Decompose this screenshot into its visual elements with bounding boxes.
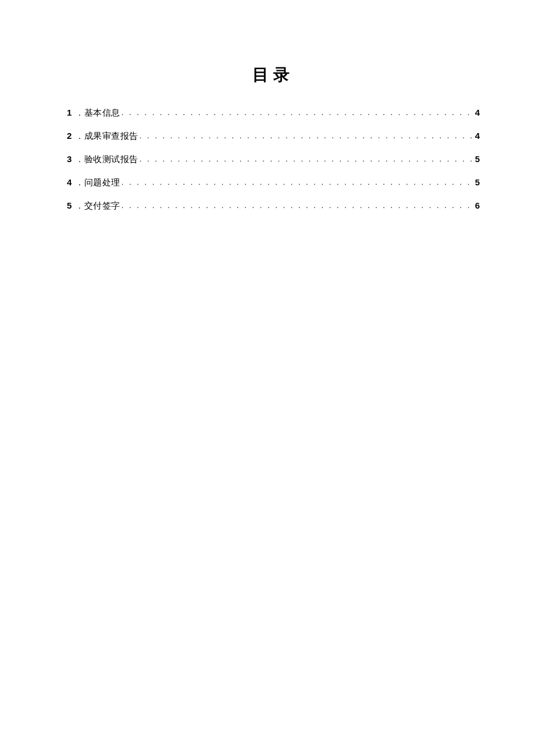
toc-entry-separator: . bbox=[79, 202, 81, 210]
toc-entry-label: 验收测试报告 bbox=[84, 155, 138, 164]
toc-entry-separator: . bbox=[79, 155, 81, 164]
toc-entry-page: 4 bbox=[475, 108, 480, 117]
toc-entry-label: 基本信息 bbox=[84, 109, 120, 117]
toc-entry-page: 4 bbox=[475, 131, 480, 140]
toc-entry-label: 问题处理 bbox=[84, 178, 120, 187]
toc-entry: 5 . 交付签字 6 bbox=[67, 201, 480, 210]
toc-entry-number: 2 bbox=[67, 131, 77, 140]
toc-entry-number: 4 bbox=[67, 178, 77, 187]
toc-entry-separator: . bbox=[79, 178, 81, 187]
toc-entry-label: 成果审查报告 bbox=[84, 132, 138, 141]
toc-leader-dots bbox=[140, 155, 474, 163]
toc-leader-dots bbox=[122, 178, 474, 186]
toc-entry: 1 . 基本信息 4 bbox=[67, 108, 480, 117]
toc-entry: 4 . 问题处理 5 bbox=[67, 178, 480, 187]
toc-entry-label: 交付签字 bbox=[84, 202, 120, 210]
toc-entry: 3 . 验收测试报告 5 bbox=[67, 155, 480, 164]
toc-entry-page: 5 bbox=[475, 178, 480, 187]
toc-entry-page: 5 bbox=[475, 155, 480, 163]
toc-entry-number: 5 bbox=[67, 201, 77, 210]
toc-entry-separator: . bbox=[79, 132, 81, 141]
toc-entry-number: 1 bbox=[67, 108, 77, 117]
toc-leader-dots bbox=[122, 109, 474, 116]
toc-title: 目录 bbox=[67, 64, 480, 86]
toc-entry-page: 6 bbox=[475, 201, 480, 210]
toc-leader-dots bbox=[140, 132, 474, 139]
toc-leader-dots bbox=[122, 202, 474, 209]
toc-entry-separator: . bbox=[79, 109, 81, 117]
toc-list: 1 . 基本信息 4 2 . 成果审查报告 4 3 . 验收测试报告 5 4 .… bbox=[67, 108, 480, 210]
toc-entry-number: 3 bbox=[67, 155, 77, 163]
toc-entry: 2 . 成果审查报告 4 bbox=[67, 131, 480, 141]
